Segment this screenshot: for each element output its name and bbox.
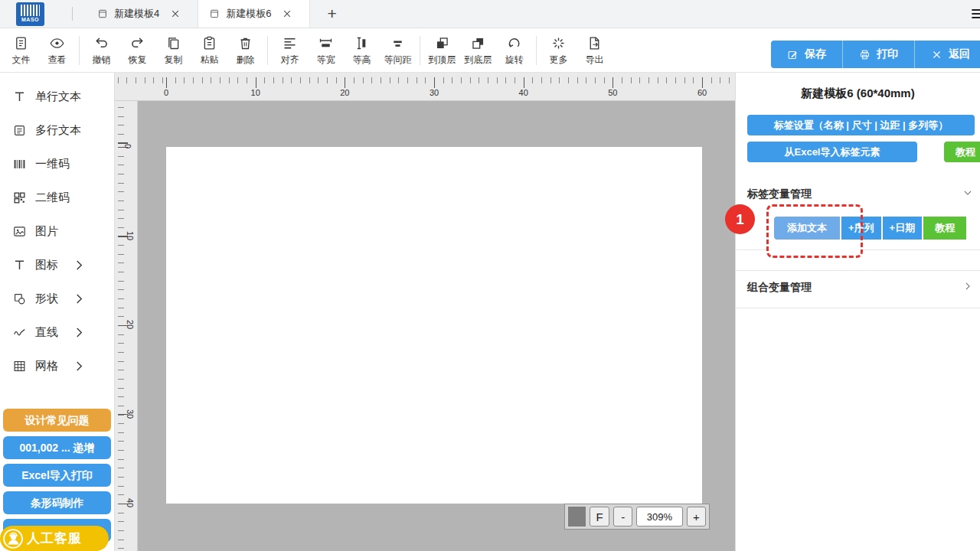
print-button[interactable]: 打印 (842, 41, 914, 68)
chevron-right-icon (71, 292, 87, 306)
toolbar-label: 旋转 (505, 54, 524, 67)
quick-button-1[interactable]: 设计常见问题 (3, 409, 111, 432)
image-icon (11, 224, 27, 239)
var-button-+序列[interactable]: +序列 (841, 217, 881, 240)
canvas-area: 0102030405060 010203040 F - 309% + (115, 73, 735, 551)
ruler-major-ticks (115, 77, 735, 88)
menu-hamburger-icon[interactable] (969, 6, 980, 21)
quick-button-4[interactable]: 条形码制作 (3, 491, 111, 514)
toolbar-view-button[interactable]: 查看 (39, 34, 75, 67)
tab-bar: MASO 新建模板4 新建模板6 + (0, 0, 980, 28)
document-tabs: 新建模板4 新建模板6 (87, 0, 310, 28)
toolbar-equal-spacing-button[interactable]: 等间距 (380, 34, 416, 67)
toolbar-rotate-button[interactable]: 旋转 (496, 34, 532, 67)
vertical-ruler: 010203040 (115, 101, 138, 551)
toolbar-to-front-button[interactable]: 到顶层 (424, 34, 460, 67)
ruler-label: 0 (164, 88, 168, 97)
equal-height-icon (354, 35, 370, 51)
var-button-添加文本[interactable]: 添加文本 (774, 217, 840, 240)
shape-icon (11, 292, 27, 306)
logo-barcode-icon (21, 5, 40, 16)
copy-icon (165, 35, 181, 51)
toolbar-paste-button[interactable]: 粘贴 (191, 34, 227, 67)
quick-button-3[interactable]: Excel导入打印 (3, 464, 111, 487)
toolbar-to-back-button[interactable]: 到底层 (460, 34, 496, 67)
close-icon[interactable] (170, 8, 181, 19)
sidebar-item-shape[interactable]: 形状 (0, 282, 114, 315)
close-icon (931, 49, 942, 60)
toolbar-label: 等间距 (384, 54, 412, 67)
tab-label: 新建模板4 (114, 7, 159, 21)
toolbar-label: 删除 (237, 54, 255, 67)
toolbar-more-button[interactable]: 更多 (541, 34, 577, 67)
chevron-down-icon[interactable] (962, 187, 973, 198)
toolbar-label: 等高 (353, 54, 371, 67)
sidebar-item-barcode-1d[interactable]: 一维码 (0, 147, 114, 181)
toolbar-label: 复制 (165, 54, 183, 67)
align-icon (282, 35, 298, 51)
excel-import-button[interactable]: 从Excel导入标签元素 (747, 142, 917, 162)
eye-icon (49, 35, 65, 51)
sidebar-item-icon-library[interactable]: 图标 (0, 248, 114, 282)
zoom-level-field[interactable]: 309% (636, 507, 682, 527)
zoom-out-button[interactable]: - (613, 507, 632, 527)
sidebar-item-image[interactable]: 图片 (0, 214, 114, 248)
label-design-page[interactable] (166, 147, 702, 504)
chevron-right-icon[interactable] (962, 281, 973, 292)
sidebar-item-label: 多行文本 (35, 123, 81, 138)
variable-section-title[interactable]: 标签变量管理 (747, 187, 812, 201)
toolbar-redo-button[interactable]: 恢复 (119, 34, 155, 67)
toolbar-label: 到底层 (465, 54, 492, 67)
new-tab-button[interactable]: + (327, 6, 336, 21)
save-button[interactable]: 保存 (771, 41, 842, 68)
multi-text-icon (11, 123, 27, 138)
sidebar-item-qrcode-2d[interactable]: 二维码 (0, 181, 114, 214)
sidebar-item-line[interactable]: 直线 (0, 315, 114, 349)
tutorial-button[interactable]: 教程 (944, 142, 980, 162)
toolbar-undo-button[interactable]: 撤销 (83, 34, 119, 67)
chevron-right-icon (71, 359, 87, 373)
ruler-label: 0 (123, 144, 132, 148)
art-text-icon (11, 258, 27, 272)
live-support-button[interactable]: 人工客服 (0, 526, 109, 551)
properties-panel: 新建模板6 (60*40mm) 标签设置（名称 | 尺寸 | 边距 | 多列等）… (735, 73, 980, 551)
background-color-swatch[interactable] (568, 507, 586, 527)
sidebar-item-label: 直线 (35, 325, 58, 340)
sidebar-item-label: 形状 (35, 292, 58, 306)
sidebar-item-multi-text[interactable]: 多行文本 (0, 113, 114, 147)
sidebar-item-label: 图片 (35, 224, 58, 239)
redo-icon (129, 35, 145, 51)
chevron-right-icon (71, 258, 87, 272)
quick-button-2[interactable]: 001,002 ... 递增 (3, 436, 111, 459)
toolbar-separator (267, 36, 268, 65)
var-button-教程[interactable]: 教程 (923, 217, 966, 240)
toolbar-equal-width-button[interactable]: 等宽 (308, 34, 344, 67)
document-tab[interactable]: 新建模板4 (87, 0, 198, 28)
toolbar-copy-button[interactable]: 复制 (155, 34, 191, 67)
toolbar-label: 等宽 (317, 54, 335, 67)
toolbar-export-button[interactable]: 导出 (577, 34, 612, 67)
sidebar-item-single-text[interactable]: 单行文本 (0, 80, 114, 113)
element-sidebar: 单行文本 多行文本 一维码 二维码 图片 图标 形状 直线 网格 设计常见问题0… (0, 73, 115, 551)
sidebar-item-grid[interactable]: 网格 (0, 349, 114, 383)
equal-spacing-icon (390, 35, 406, 51)
toolbar-delete-button[interactable]: 删除 (227, 34, 263, 67)
close-icon[interactable] (282, 8, 292, 19)
ruler-label: 30 (430, 88, 439, 97)
toolbar-file-button[interactable]: 文件 (3, 34, 39, 67)
var-button-+日期[interactable]: +日期 (883, 217, 923, 240)
primary-actions: 保存 打印 返回 (771, 41, 980, 68)
line-icon (11, 325, 27, 340)
zoom-in-button[interactable]: + (687, 507, 706, 527)
ruler-label: 10 (251, 88, 260, 97)
label-settings-button[interactable]: 标签设置（名称 | 尺寸 | 边距 | 多列等） (747, 115, 975, 135)
sidebar-item-label: 单行文本 (35, 90, 81, 104)
toolbar-equal-height-button[interactable]: 等高 (344, 34, 380, 67)
toolbar-label: 文件 (12, 54, 31, 67)
support-label: 人工客服 (27, 530, 82, 547)
combo-section-title[interactable]: 组合变量管理 (747, 281, 812, 295)
toolbar-align-button[interactable]: 对齐 (272, 34, 308, 67)
fit-view-button[interactable]: F (590, 507, 609, 527)
document-tab[interactable]: 新建模板6 (198, 0, 310, 28)
back-button[interactable]: 返回 (914, 41, 980, 68)
